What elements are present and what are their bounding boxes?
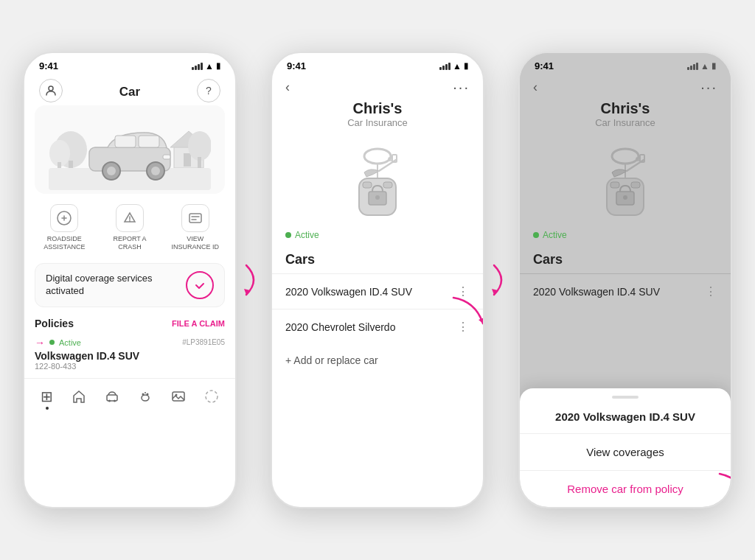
signal-icon-3 <box>687 63 698 70</box>
view-coverages-btn[interactable]: View coverages <box>520 434 731 471</box>
insurance-id-btn[interactable]: VIEW INSURANCE ID <box>170 204 221 251</box>
car-item-1[interactable]: 2020 Volkswagen ID.4 SUV ⋮ <box>272 273 483 309</box>
roadside-assistance-btn[interactable]: ROADSIDE ASSISTANCE <box>38 204 90 251</box>
car-illustration <box>35 105 225 194</box>
svg-point-31 <box>206 391 218 402</box>
more-button-3[interactable]: ··· <box>700 79 717 96</box>
nav-more[interactable] <box>200 388 223 409</box>
more-button-2[interactable]: ··· <box>453 79 470 96</box>
home-icon <box>72 389 86 407</box>
svg-point-24 <box>114 400 116 402</box>
phone2-header: ‹ ··· <box>272 74 483 97</box>
svg-rect-21 <box>189 214 201 223</box>
svg-rect-50 <box>610 182 619 188</box>
report-crash-btn[interactable]: REPORT A CRASH <box>104 204 156 251</box>
file-claim-btn[interactable]: FILE A CLAIM <box>172 319 225 328</box>
svg-point-25 <box>142 395 149 401</box>
svg-point-49 <box>623 195 627 200</box>
phone-3: 9:41 ▲ ▮ ‹ ··· Chris's Car Insurance <box>518 52 732 508</box>
status-bar-1: 9:41 ▲ ▮ <box>24 53 235 74</box>
nav-grid[interactable]: ⊞ <box>36 386 58 411</box>
nav-pet[interactable] <box>133 388 157 409</box>
nav-home[interactable] <box>67 388 91 409</box>
annotation-arrow-2 <box>716 470 732 500</box>
active-dot-3 <box>533 232 539 238</box>
profile-button[interactable] <box>39 79 63 102</box>
grid-icon: ⊞ <box>41 388 53 405</box>
help-button[interactable]: ? <box>197 79 220 102</box>
wifi-icon-2: ▲ <box>453 61 462 71</box>
pet-icon <box>138 389 153 407</box>
insurance-id-icon <box>181 204 209 232</box>
wifi-icon: ▲ <box>205 61 214 71</box>
status-icons-1: ▲ ▮ <box>192 61 220 71</box>
annotation-arrow-1 <box>446 294 484 331</box>
status-bar-3: 9:41 ▲ ▮ <box>520 53 731 74</box>
insurance-id-label: VIEW INSURANCE ID <box>171 235 219 251</box>
svg-point-30 <box>175 394 177 396</box>
crash-icon <box>116 204 144 232</box>
sheet-car-title: 2020 Volkswagen ID.4 SUV <box>520 407 731 434</box>
svg-rect-8 <box>184 153 191 167</box>
car-menu-3a[interactable]: ⋮ <box>705 284 717 298</box>
svg-point-45 <box>612 149 639 164</box>
svg-rect-39 <box>383 182 392 188</box>
signal-icon <box>192 63 203 70</box>
back-button-2[interactable]: ‹ <box>285 80 290 95</box>
s3-title-block: Chris's Car Insurance <box>520 97 731 134</box>
nav-car[interactable] <box>100 388 124 409</box>
svg-rect-19 <box>163 155 170 159</box>
s2-title-block: Chris's Car Insurance <box>272 97 483 134</box>
policy-name: Volkswagen ID.4 SUV <box>35 350 225 362</box>
s3-title: Chris's <box>520 100 731 117</box>
time-2: 9:41 <box>287 60 306 71</box>
policy-item[interactable]: → Active #LP3891E05 Volkswagen ID.4 SUV … <box>24 332 235 378</box>
policy-status-row: → Active #LP3891E05 <box>35 337 225 349</box>
time-3: 9:41 <box>535 60 554 71</box>
active-dot-2 <box>285 232 291 238</box>
coverage-text: Digital coverage services activated <box>46 273 164 298</box>
nav-gallery[interactable] <box>167 388 190 409</box>
svg-point-9 <box>188 131 211 161</box>
roadside-label: ROADSIDE ASSISTANCE <box>44 235 85 251</box>
svg-point-28 <box>145 392 146 393</box>
back-button-3[interactable]: ‹ <box>533 80 537 95</box>
phone3-header: ‹ ··· <box>520 74 731 97</box>
active-label: Active <box>59 338 81 347</box>
svg-point-37 <box>375 195 380 200</box>
quick-actions: ROADSIDE ASSISTANCE REPORT A CRASH VIEW … <box>24 194 235 259</box>
s2-title: Chris's <box>272 100 483 117</box>
svg-rect-10 <box>198 157 201 168</box>
active-dot <box>49 340 55 345</box>
signal-icon-2 <box>439 63 450 70</box>
section-title-3: Cars <box>520 246 731 273</box>
nav-active-dot <box>46 407 49 410</box>
active-text-2: Active <box>295 230 319 240</box>
s3-subtitle: Car Insurance <box>520 117 731 128</box>
page-title: Car <box>119 82 140 99</box>
coverage-toggle[interactable] <box>186 271 214 299</box>
add-car-row[interactable]: + Add or replace car <box>272 344 483 377</box>
battery-icon: ▮ <box>216 61 220 71</box>
phone1-header: Car ? <box>24 74 235 105</box>
svg-rect-14 <box>139 136 159 147</box>
s2-subtitle: Car Insurance <box>272 117 483 128</box>
section-title-2: Cars <box>272 246 483 273</box>
gallery-icon <box>171 389 186 407</box>
svg-point-18 <box>151 167 160 175</box>
screen-container: 9:41 ▲ ▮ Car ? <box>23 52 732 508</box>
wifi-icon-3: ▲ <box>700 61 709 71</box>
svg-point-0 <box>49 86 53 91</box>
question-icon: ? <box>206 85 212 97</box>
roadside-icon <box>50 204 78 232</box>
coverage-row: Digital coverage services activated <box>35 263 225 307</box>
battery-icon-3: ▮ <box>711 61 716 71</box>
policy-id: #LP3891E05 <box>182 338 225 346</box>
remove-car-btn[interactable]: Remove car from policy <box>520 471 731 507</box>
status-icons-2: ▲ ▮ <box>439 61 468 71</box>
car-item-3a[interactable]: 2020 Volkswagen ID.4 SUV ⋮ <box>520 273 731 309</box>
car-name-1: 2020 Volkswagen ID.4 SUV <box>285 286 412 298</box>
battery-icon-2: ▮ <box>464 61 468 71</box>
bottom-sheet: 2020 Volkswagen ID.4 SUV View coverages … <box>520 388 731 507</box>
phone-2: 9:41 ▲ ▮ ‹ ··· Chris's Car Insurance <box>271 52 484 508</box>
